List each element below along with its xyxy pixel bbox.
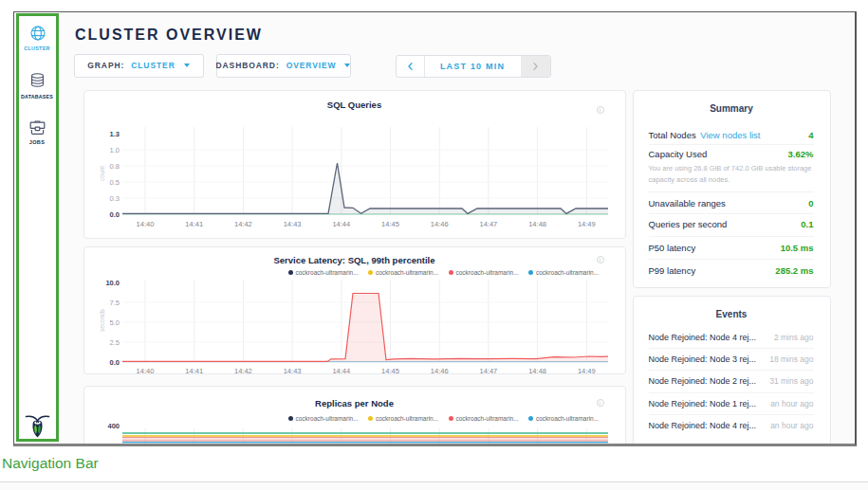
svg-text:14:46: 14:46	[430, 220, 448, 228]
svg-text:14:48: 14:48	[528, 220, 546, 228]
svg-text:14:44: 14:44	[332, 220, 350, 228]
svg-text:0.0: 0.0	[109, 357, 119, 366]
svg-text:0.5: 0.5	[109, 177, 119, 186]
svg-text:10.0: 10.0	[105, 278, 120, 286]
svg-text:14:44: 14:44	[332, 367, 350, 375]
svg-text:14:40: 14:40	[136, 220, 154, 228]
svg-text:count: count	[99, 165, 105, 180]
svg-text:0.0: 0.0	[109, 209, 119, 218]
svg-text:14:47: 14:47	[479, 220, 497, 228]
svg-text:seconds: seconds	[99, 308, 105, 332]
svg-text:1.0: 1.0	[109, 145, 119, 154]
svg-text:14:41: 14:41	[185, 367, 203, 375]
svg-text:7.5: 7.5	[109, 298, 119, 306]
svg-text:14:45: 14:45	[381, 220, 399, 228]
svg-text:400: 400	[107, 422, 120, 430]
svg-text:14:49: 14:49	[577, 367, 595, 375]
svg-text:1.3: 1.3	[109, 129, 119, 137]
svg-text:14:40: 14:40	[136, 367, 154, 375]
svg-text:14:43: 14:43	[283, 220, 301, 228]
svg-text:14:47: 14:47	[479, 367, 497, 375]
svg-text:0.3: 0.3	[109, 193, 119, 202]
svg-text:14:45: 14:45	[381, 367, 399, 375]
svg-text:5.0: 5.0	[109, 318, 119, 326]
svg-text:14:42: 14:42	[234, 220, 252, 228]
svg-text:14:46: 14:46	[430, 367, 448, 375]
svg-text:14:41: 14:41	[185, 220, 203, 228]
svg-text:14:42: 14:42	[234, 367, 252, 375]
svg-text:14:48: 14:48	[528, 367, 546, 375]
svg-text:0.8: 0.8	[109, 161, 119, 170]
svg-text:14:49: 14:49	[577, 220, 595, 228]
svg-text:14:43: 14:43	[283, 367, 301, 375]
svg-text:2.5: 2.5	[109, 337, 119, 346]
